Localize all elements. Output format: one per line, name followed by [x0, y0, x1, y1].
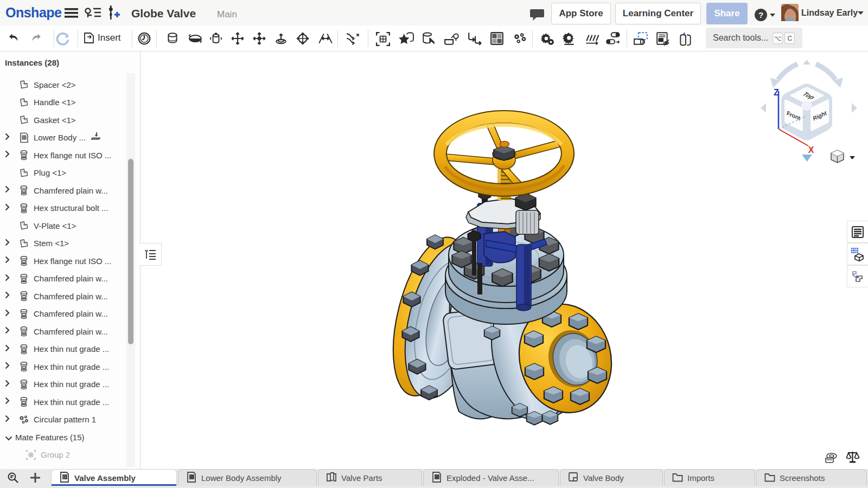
svg-text:?: ?: [758, 10, 763, 20]
svg-text:X: X: [808, 145, 814, 155]
svg-text:Z: Z: [774, 88, 779, 97]
